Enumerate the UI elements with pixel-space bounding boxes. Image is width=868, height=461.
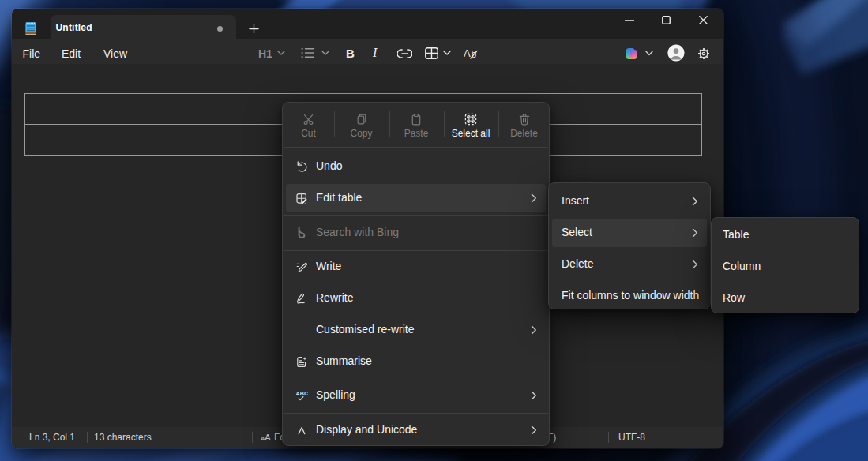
svg-text:A: A [464, 47, 471, 59]
svg-text:ABC: ABC [296, 390, 309, 397]
